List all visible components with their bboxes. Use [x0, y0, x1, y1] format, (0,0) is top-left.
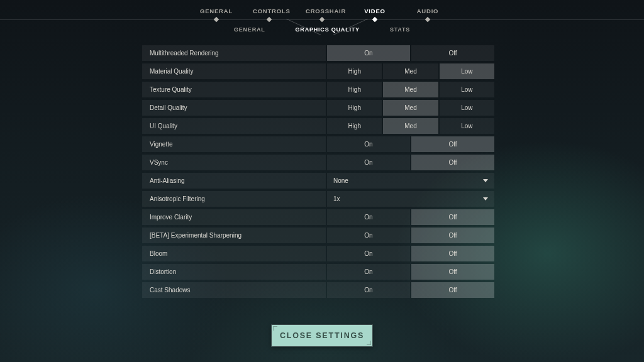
- setting-dropdown[interactable]: None: [327, 173, 494, 189]
- setting-label: VSync: [142, 155, 326, 170]
- setting-row: Anisotropic Filtering1x: [142, 191, 494, 207]
- setting-option[interactable]: On: [327, 282, 410, 298]
- setting-options: HighMedLow: [326, 63, 494, 79]
- diamond-icon: [267, 17, 272, 22]
- tab-indicator-row: [0, 17, 644, 23]
- setting-label: Multithreaded Rendering: [142, 45, 326, 61]
- tab-video[interactable]: VIDEO: [356, 6, 394, 16]
- dropdown-value: 1x: [333, 195, 340, 202]
- setting-label: UI Quality: [142, 118, 326, 134]
- chevron-down-icon: [483, 197, 488, 200]
- setting-options: HighMedLow: [326, 118, 494, 134]
- setting-option[interactable]: Med: [383, 118, 438, 134]
- tab-audio[interactable]: AUDIO: [409, 6, 447, 16]
- diamond-icon: [319, 17, 325, 22]
- setting-option[interactable]: Off: [411, 136, 494, 152]
- setting-label: Texture Quality: [142, 82, 326, 97]
- setting-label: Bloom: [142, 246, 326, 261]
- tab-general[interactable]: GENERAL: [197, 6, 235, 16]
- setting-option[interactable]: High: [327, 63, 382, 79]
- setting-row: Cast ShadowsOnOff: [142, 282, 494, 298]
- setting-label: Improve Clarity: [142, 209, 326, 225]
- diamond-icon: [425, 17, 430, 22]
- setting-option[interactable]: Off: [411, 155, 494, 170]
- setting-options: HighMedLow: [326, 82, 494, 97]
- setting-row: VignetteOnOff: [142, 136, 494, 152]
- setting-dropdown[interactable]: 1x: [327, 191, 494, 207]
- setting-row: Multithreaded RenderingOnOff: [142, 45, 494, 61]
- close-settings-button[interactable]: CLOSE SETTINGS: [272, 325, 372, 346]
- primary-tabs: GENERAL CONTROLS CROSSHAIR VIDEO AUDIO: [0, 6, 644, 16]
- setting-option[interactable]: High: [327, 82, 382, 97]
- setting-label: Anti-Aliasing: [142, 173, 326, 189]
- setting-option[interactable]: Off: [411, 228, 494, 243]
- setting-option[interactable]: Off: [411, 282, 494, 298]
- setting-row: Improve ClarityOnOff: [142, 209, 494, 225]
- setting-options: OnOff: [326, 282, 494, 298]
- setting-label: Distortion: [142, 264, 326, 280]
- setting-option[interactable]: Med: [383, 100, 438, 116]
- setting-option[interactable]: High: [327, 118, 382, 134]
- setting-row: Anti-AliasingNone: [142, 173, 494, 189]
- setting-options: OnOff: [326, 246, 494, 261]
- setting-options: OnOff: [326, 264, 494, 280]
- setting-row: BloomOnOff: [142, 246, 494, 261]
- setting-label: Vignette: [142, 136, 326, 152]
- setting-option[interactable]: Low: [440, 118, 494, 134]
- setting-option[interactable]: On: [327, 136, 410, 152]
- setting-option[interactable]: Med: [383, 63, 438, 79]
- tab-crosshair[interactable]: CROSSHAIR: [303, 6, 341, 16]
- secondary-tabs: GENERAL GRAPHICS QUALITY STATS: [0, 26, 644, 33]
- chevron-down-icon: [483, 179, 488, 182]
- setting-row: Texture QualityHighMedLow: [142, 82, 494, 97]
- setting-option[interactable]: Low: [440, 63, 494, 79]
- diamond-icon: [214, 17, 219, 22]
- setting-label: Detail Quality: [142, 100, 326, 116]
- setting-row: VSyncOnOff: [142, 155, 494, 170]
- setting-option[interactable]: On: [327, 209, 410, 225]
- setting-option[interactable]: Off: [411, 264, 494, 280]
- setting-option[interactable]: Low: [440, 100, 494, 116]
- setting-options: OnOff: [326, 155, 494, 170]
- setting-option[interactable]: High: [327, 100, 382, 116]
- setting-option[interactable]: Med: [383, 82, 438, 97]
- diamond-icon: [372, 17, 377, 22]
- tab-controls[interactable]: CONTROLS: [250, 6, 288, 16]
- setting-option[interactable]: Low: [440, 82, 494, 97]
- setting-label: Anisotropic Filtering: [142, 191, 326, 207]
- setting-option[interactable]: Off: [411, 246, 494, 261]
- setting-row: UI QualityHighMedLow: [142, 118, 494, 134]
- setting-options: OnOff: [326, 45, 494, 61]
- setting-option[interactable]: On: [327, 228, 410, 243]
- setting-row: DistortionOnOff: [142, 264, 494, 280]
- setting-option[interactable]: On: [327, 246, 410, 261]
- setting-row: Detail QualityHighMedLow: [142, 100, 494, 116]
- setting-option[interactable]: On: [327, 45, 410, 61]
- setting-row: Material QualityHighMedLow: [142, 63, 494, 79]
- setting-option[interactable]: Off: [411, 209, 494, 225]
- dropdown-value: None: [333, 177, 348, 184]
- setting-label: [BETA] Experimental Sharpening: [142, 228, 326, 243]
- subtab-stats[interactable]: STATS: [390, 26, 410, 33]
- settings-list: Multithreaded RenderingOnOffMaterial Qua…: [142, 45, 494, 300]
- setting-options: OnOff: [326, 209, 494, 225]
- setting-option[interactable]: On: [327, 155, 410, 170]
- setting-option[interactable]: On: [327, 264, 410, 280]
- setting-options: OnOff: [326, 228, 494, 243]
- setting-options: OnOff: [326, 136, 494, 152]
- setting-option[interactable]: Off: [411, 45, 494, 61]
- setting-label: Cast Shadows: [142, 282, 326, 298]
- setting-options: HighMedLow: [326, 100, 494, 116]
- setting-row: [BETA] Experimental SharpeningOnOff: [142, 228, 494, 243]
- setting-label: Material Quality: [142, 63, 326, 79]
- subtab-general[interactable]: GENERAL: [234, 26, 265, 33]
